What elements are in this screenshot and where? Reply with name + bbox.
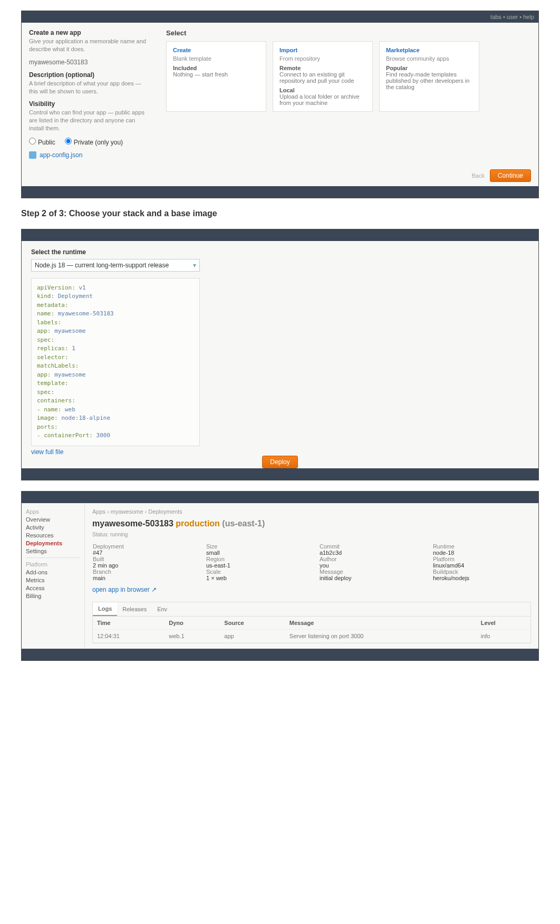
description-hint: A brief description of what your app doe…: [29, 80, 151, 95]
chevron-down-icon: ▾: [193, 262, 196, 269]
header-right-controls[interactable]: tabs • user • help: [490, 14, 534, 20]
page-title: myawesome-503183 production (us-east-1): [92, 519, 531, 528]
sidebar-item-activity[interactable]: Activity: [26, 524, 80, 531]
visibility-public[interactable]: Public: [29, 138, 55, 146]
create-app-label: Create a new app: [29, 29, 151, 36]
tab-logs[interactable]: Logs: [93, 602, 117, 616]
panel2-footer: [22, 468, 538, 480]
runtime-heading: Select the runtime: [31, 248, 529, 256]
card-import[interactable]: Import From repository Remote Connect to…: [273, 41, 373, 112]
visibility-label: Visibility: [29, 100, 151, 108]
step-title: Step 2 of 3: Choose your stack and a bas…: [21, 209, 539, 218]
panel3-footer: [22, 649, 538, 660]
sidebar-item-deployments[interactable]: Deployments: [26, 540, 80, 546]
card-create[interactable]: Create Blank template Included Nothing —…: [166, 41, 266, 112]
detail-grid: Deployment#47Built2 min agoBranchmainSiz…: [92, 543, 531, 582]
panel1-footer: [22, 186, 538, 198]
sidebar-item-overview[interactable]: Overview: [26, 516, 80, 523]
sidebar-item-billing[interactable]: Billing: [26, 593, 80, 599]
tab-env[interactable]: Env: [152, 603, 172, 615]
panel-runtime: Select the runtime Node.js 18 — current …: [21, 229, 539, 480]
sidebar-item-settings[interactable]: Settings: [26, 548, 80, 554]
panel-deployment-detail: AppsOverviewActivityResourcesDeployments…: [21, 491, 539, 661]
view-full-file-link[interactable]: view full file: [31, 448, 63, 456]
deploy-button[interactable]: Deploy: [262, 456, 297, 468]
config-preview: apiVersion: v1kind: Deploymentmetadata: …: [31, 278, 200, 446]
runtime-dropdown[interactable]: Node.js 18 — current long-term-support r…: [31, 259, 200, 272]
panel3-header: [22, 492, 538, 503]
breadcrumb: Apps › myawesome › Deployments: [92, 508, 531, 515]
open-app-link[interactable]: open app in browser ↗: [92, 586, 157, 593]
sidebar-item-access[interactable]: Access: [26, 585, 80, 591]
panel1-header: tabs • user • help: [22, 11, 538, 23]
back-button[interactable]: Back: [471, 172, 484, 179]
runtime-value: Node.js 18 — current long-term-support r…: [35, 262, 169, 269]
sidebar-item-metrics[interactable]: Metrics: [26, 577, 80, 583]
log-tabs: LogsReleasesEnv: [93, 602, 530, 617]
description-label: Description (optional): [29, 71, 151, 79]
status-badge: Status: running: [92, 532, 531, 537]
logs-table: TimeDynoSourceMessageLevel12:04:31web.1a…: [93, 617, 530, 643]
tab-releases[interactable]: Releases: [117, 603, 152, 615]
visibility-private[interactable]: Private (only you): [65, 138, 123, 146]
visibility-hint: Control who can find your app — public a…: [29, 109, 151, 132]
attached-file[interactable]: app-config.json: [40, 151, 82, 159]
create-app-hint: Give your application a memorable name a…: [29, 37, 151, 53]
card-marketplace[interactable]: Marketplace Browse community apps Popula…: [379, 41, 479, 112]
sidebar-item-resources[interactable]: Resources: [26, 532, 80, 538]
continue-button[interactable]: Continue: [490, 169, 531, 182]
sidebar-item-add-ons[interactable]: Add-ons: [26, 569, 80, 575]
app-name-value: myawesome-503183: [29, 59, 151, 66]
select-heading: Select: [166, 29, 531, 37]
sidebar: AppsOverviewActivityResourcesDeployments…: [22, 503, 85, 649]
panel-create-app: tabs • user • help Create a new app Give…: [21, 11, 539, 198]
file-icon: [29, 151, 36, 159]
panel2-header: [22, 229, 538, 241]
